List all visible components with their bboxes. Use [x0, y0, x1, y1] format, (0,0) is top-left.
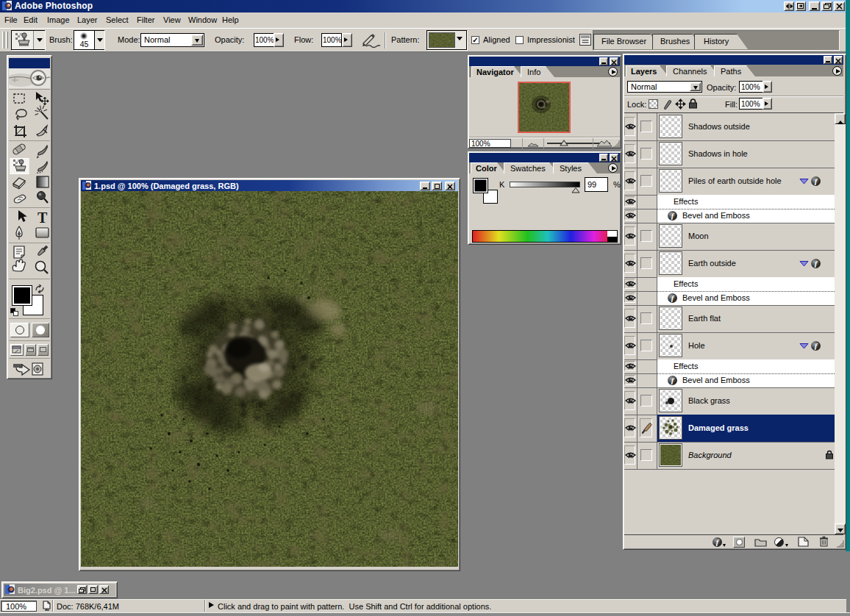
svg-text:T: T — [38, 209, 48, 226]
